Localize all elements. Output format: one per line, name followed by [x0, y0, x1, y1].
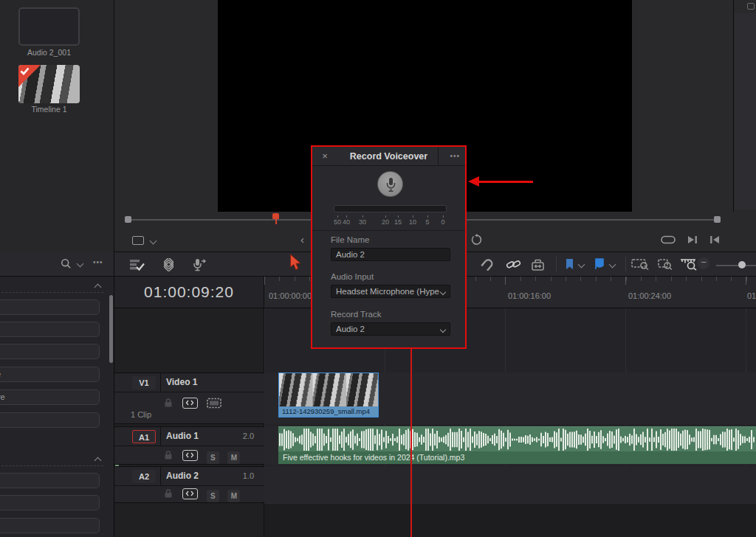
record-voiceover-tool-icon[interactable]: [191, 258, 207, 271]
seek-range-start-handle[interactable]: [125, 216, 131, 223]
list-item[interactable]: [0, 518, 100, 533]
list-item[interactable]: e: [0, 367, 100, 382]
meter-tick: [346, 215, 347, 218]
timeline-playhead[interactable]: [410, 348, 412, 537]
auto-select-icon[interactable]: [182, 488, 198, 499]
list-item[interactable]: [0, 299, 100, 315]
collapse-left-icon[interactable]: ‹: [300, 233, 304, 246]
search-chevron-down-icon[interactable]: [77, 261, 83, 267]
list-item[interactable]: [0, 322, 100, 337]
mute-button[interactable]: M: [227, 490, 240, 502]
stacked-timelines-icon[interactable]: [160, 258, 176, 271]
panel-options-button[interactable]: •••: [93, 258, 103, 266]
loop-playback-icon[interactable]: [470, 234, 483, 246]
annotation-arrow-head: [468, 176, 479, 187]
ruler-label: 01: [747, 291, 756, 300]
solo-button[interactable]: S: [207, 451, 219, 464]
list-item[interactable]: [0, 495, 100, 510]
search-icon[interactable]: [61, 258, 72, 269]
flag-chevron-down-icon[interactable]: [609, 262, 615, 268]
frame-view-icon[interactable]: [207, 398, 221, 409]
audio-input-select[interactable]: Headset Microphone (Hype: [331, 285, 450, 298]
previous-frame-icon[interactable]: [709, 235, 720, 244]
meter-tick: [443, 215, 444, 218]
dialog-titlebar[interactable]: × Record Voiceover •••: [312, 147, 465, 166]
seek-range-end-handle[interactable]: [714, 216, 721, 223]
header-divider: [160, 427, 161, 446]
list-item[interactable]: [0, 473, 100, 488]
track-lock-icon[interactable]: [163, 398, 173, 408]
scrollbar-thumb[interactable]: [109, 295, 113, 363]
media-item-timeline-thumbnail[interactable]: [18, 65, 80, 103]
meter-scale-label: 0: [441, 218, 444, 226]
marker-chevron-down-icon[interactable]: [578, 262, 584, 268]
track-header-audio2[interactable]: A2 Audio 2 1.0 S M: [114, 466, 264, 503]
full-extent-zoom-icon[interactable]: [631, 258, 650, 271]
track-channels: 1.0: [243, 471, 254, 480]
zoom-slider-handle[interactable]: [738, 261, 746, 268]
auto-select-icon[interactable]: [182, 398, 198, 409]
meter-tick: [362, 215, 363, 218]
zoom-slider-track[interactable]: [716, 265, 756, 266]
transform-chevron-down-icon[interactable]: [150, 238, 156, 244]
track-badge[interactable]: A2: [132, 470, 156, 483]
track-header-video1[interactable]: V1 Video 1 1 Clip: [114, 373, 264, 424]
timeline-view-options-icon[interactable]: [129, 258, 145, 271]
corner-panel-icon[interactable]: [747, 3, 755, 10]
meter-tick: [413, 215, 413, 218]
ruler-label: 01:00:24:00: [628, 291, 671, 300]
track-badge-highlighted[interactable]: A1: [132, 430, 156, 443]
mouse-cursor-pointer: [289, 254, 302, 271]
panel-divider: [733, 0, 734, 212]
section-collapse-icon[interactable]: [94, 283, 101, 289]
record-button[interactable]: [377, 171, 403, 197]
track-lock-icon[interactable]: [163, 450, 173, 460]
current-timecode: 01:00:09:20: [114, 283, 264, 301]
track-lock-icon[interactable]: [163, 488, 173, 499]
list-item[interactable]: [0, 412, 100, 428]
file-name-input[interactable]: Audio 2: [331, 248, 450, 261]
add-flag-icon[interactable]: [594, 258, 605, 270]
list-item[interactable]: ve: [0, 389, 100, 405]
track-name-row: A2 Audio 2 1.0: [114, 467, 264, 486]
track-name: Video 1: [166, 377, 197, 387]
list-item[interactable]: [0, 344, 100, 359]
track-header-audio1[interactable]: A1 Audio 1 2.0 S M: [114, 426, 264, 465]
loop-range-icon[interactable]: [661, 235, 676, 244]
link-clips-icon[interactable]: [506, 258, 521, 271]
track-badge[interactable]: V1: [132, 376, 156, 389]
video-clip[interactable]: 1112-142930259_small.mp4: [278, 373, 379, 418]
file-name-label: File Name: [331, 235, 369, 244]
viewer-playhead-marker[interactable]: [272, 213, 279, 219]
custom-zoom-icon[interactable]: [680, 258, 699, 271]
mute-button[interactable]: M: [227, 451, 240, 464]
ruler-label: 01:00:00:00: [269, 291, 312, 300]
record-voiceover-dialog: × Record Voiceover ••• 50 40 30 20 15 10: [311, 145, 467, 349]
audio2-track-lane: [264, 466, 756, 503]
meter-scale-label: 10: [409, 218, 416, 226]
meter-tick: [337, 215, 338, 218]
next-frame-icon[interactable]: [687, 235, 698, 244]
detail-zoom-icon[interactable]: [656, 258, 676, 271]
auto-select-icon[interactable]: [182, 450, 198, 461]
meter-tick: [385, 215, 386, 218]
track-name-row: V1 Video 1: [114, 373, 264, 392]
audio-level-meter: [334, 205, 447, 212]
record-track-value: Audio 2: [336, 323, 445, 336]
select-chevron-down-icon: [441, 328, 446, 333]
add-marker-icon[interactable]: [565, 258, 574, 270]
record-track-select[interactable]: Audio 2: [331, 322, 450, 336]
position-lock-icon[interactable]: [531, 258, 545, 271]
meter-scale-label: 15: [394, 218, 402, 226]
transform-tool-icon[interactable]: [132, 236, 144, 245]
media-item-audio-thumbnail[interactable]: [18, 7, 80, 46]
zoom-out-button[interactable]: −: [698, 257, 709, 269]
dialog-options-icon[interactable]: •••: [450, 152, 460, 160]
section-collapse-icon[interactable]: [94, 456, 101, 462]
snapping-magnet-icon[interactable]: [481, 258, 494, 271]
solo-button[interactable]: S: [207, 490, 219, 502]
media-item-label: Timeline 1: [0, 105, 98, 114]
meter-scale-label: 30: [359, 218, 366, 226]
track-controls: S M: [163, 449, 245, 462]
audio-clip[interactable]: Five effective hooks for videos in 2024 …: [278, 426, 756, 464]
